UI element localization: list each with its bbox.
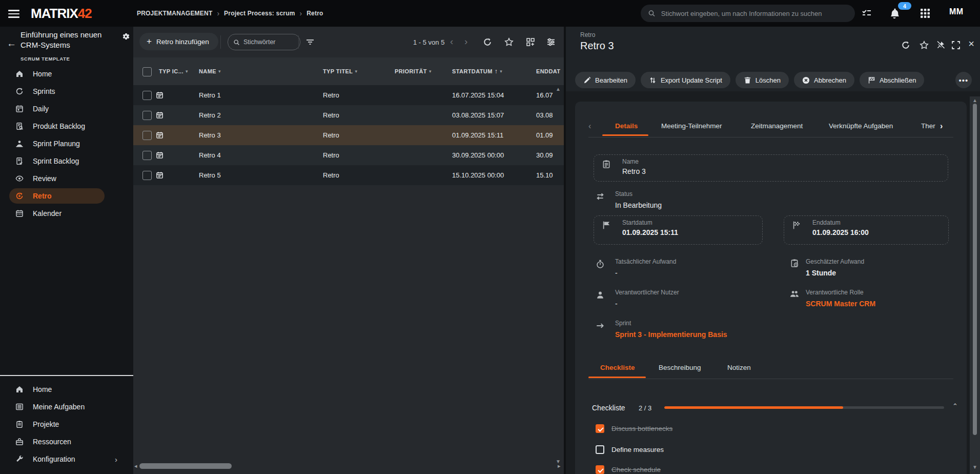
abbrechen-button[interactable]: Abbrechen <box>794 72 854 88</box>
tab-verknuepfte-aufgaben[interactable]: Verknüpfte Aufgaben <box>829 122 893 130</box>
breadcrumb-retro[interactable]: Retro <box>307 10 323 17</box>
refresh-icon[interactable] <box>483 37 492 47</box>
sidebar-item-sprints[interactable]: Sprints <box>0 83 133 100</box>
checkbox-unchecked[interactable] <box>596 445 604 454</box>
column-header-typ-titel[interactable]: TYP TITEL▾ <box>323 57 357 85</box>
sidebar-item-produkt-backlog[interactable]: Produkt Backlog <box>0 117 133 135</box>
sidebar-item-kalender[interactable]: Kalender <box>0 205 133 222</box>
sidebar-item-review[interactable]: Review <box>0 170 133 187</box>
unpin-icon[interactable] <box>936 41 945 50</box>
column-header-name[interactable]: NAME▾ <box>199 57 221 85</box>
column-header-enddatum[interactable]: ENDDAT <box>536 57 560 85</box>
sidebar-item-sprint-planung[interactable]: Sprint Planung <box>0 135 133 152</box>
close-icon[interactable]: × <box>967 39 976 48</box>
more-actions-button[interactable]: ••• <box>955 72 972 88</box>
tab-meeting-teilnehmer[interactable]: Meeting-Teilnehmer <box>661 122 722 130</box>
add-retro-button[interactable]: + Retro hinzufügen <box>139 33 218 50</box>
chevron-right-icon[interactable]: › <box>115 455 117 464</box>
cell-enddatum: 01.09 <box>536 125 553 145</box>
loeschen-button[interactable]: Löschen <box>736 72 789 88</box>
filter-icon[interactable] <box>305 37 315 47</box>
breadcrumb-project-process[interactable]: Project Process: scrum <box>224 10 295 17</box>
horizontal-scrollbar-thumb[interactable] <box>139 463 232 469</box>
notifications-bell-icon[interactable] <box>888 7 901 19</box>
scroll-up-icon[interactable]: ▲ <box>556 86 561 92</box>
trash-icon <box>744 76 751 84</box>
scroll-left-icon[interactable]: ◂ <box>134 463 137 469</box>
verantwortliche-rolle-link[interactable]: SCRUM Master CRM <box>806 300 875 308</box>
checklist-item[interactable]: Check schedule <box>596 465 661 474</box>
tasks-icon[interactable] <box>861 7 873 19</box>
checklist-item[interactable]: Define measures <box>596 445 664 454</box>
refresh-icon[interactable] <box>901 41 910 50</box>
scroll-down-icon[interactable]: ▼ <box>972 464 977 470</box>
subtab-beschreibung[interactable]: Beschreibung <box>659 364 701 371</box>
breadcrumb-projektmanagement[interactable]: PROJEKTMANAGEMENT <box>137 10 212 17</box>
gear-icon[interactable] <box>122 32 130 41</box>
table-row-retro-2[interactable]: Retro 2 Retro 03.08.2025 15:07 03.08 <box>133 105 564 125</box>
abschliessen-button[interactable]: Abschließen <box>860 72 925 88</box>
table-row-retro-3-selected[interactable]: Retro 3 Retro 01.09.2025 15:11 01.09 <box>133 125 564 145</box>
sidebar-item-konfiguration[interactable]: Konfiguration › <box>0 450 133 468</box>
select-all-checkbox[interactable] <box>142 67 152 76</box>
sidebar-item-projekte[interactable]: Projekte <box>0 416 133 433</box>
row-checkbox[interactable] <box>142 91 152 100</box>
favorite-star-icon[interactable] <box>504 37 514 47</box>
checkbox-checked[interactable] <box>596 424 604 433</box>
column-header-startdatum[interactable]: STARTDATUM↑▾ <box>452 57 502 85</box>
row-checkbox[interactable] <box>142 111 152 120</box>
keyword-filter-input[interactable]: Stichwörter <box>228 34 300 50</box>
checklist-item[interactable]: Discuss bottlenecks <box>596 424 672 433</box>
sidebar-item-meine-aufgaben[interactable]: Meine Aufgaben <box>0 398 133 416</box>
top-bar: MATRIX42 PROJEKTMANAGEMENT › Project Pro… <box>0 0 980 27</box>
vertical-scrollbar-thumb[interactable] <box>973 104 977 435</box>
matrix42-logo[interactable]: MATRIX42 <box>31 6 92 22</box>
view-settings-icon[interactable] <box>546 37 556 47</box>
field-name[interactable] <box>594 154 948 182</box>
bearbeiten-button[interactable]: Bearbeiten <box>575 72 636 88</box>
subtab-notizen[interactable]: Notizen <box>727 364 751 371</box>
scroll-right-icon[interactable]: ▸ <box>558 463 561 469</box>
back-arrow-icon[interactable]: ← <box>7 38 16 49</box>
column-header-prioritaet[interactable]: PRIORITÄT▾ <box>395 57 432 85</box>
sidebar-item-daily[interactable]: Daily <box>0 100 133 117</box>
collapse-chevron-up-icon[interactable]: ⌃ <box>952 402 958 410</box>
sidebar-item-home[interactable]: Home <box>0 65 133 83</box>
table-row-retro-1[interactable]: Retro 1 Retro 16.07.2025 15:04 16.07 <box>133 85 564 105</box>
favorite-star-icon[interactable] <box>920 41 929 50</box>
cell-typ-titel: Retro <box>323 145 339 165</box>
column-header-typ-icon[interactable]: TYP IC...▾ <box>159 57 188 85</box>
clipboard-text-icon <box>602 160 611 169</box>
tabs-scroll-right-icon[interactable]: › <box>940 122 943 131</box>
row-checkbox[interactable] <box>142 171 152 180</box>
global-search[interactable] <box>641 5 855 22</box>
tab-details[interactable]: Details <box>615 122 638 130</box>
sprint-link[interactable]: Sprint 3 - Implementierung Basis <box>615 330 727 339</box>
scroll-up-icon[interactable]: ▲ <box>972 97 977 103</box>
sidebar-item-sprint-backlog[interactable]: Sprint Backlog <box>0 152 133 170</box>
sidebar-item-retro[interactable]: Retro <box>0 187 133 205</box>
table-row-retro-4[interactable]: Retro 4 Retro 30.09.2025 00:00 30.09 <box>133 145 564 165</box>
hamburger-menu-icon[interactable] <box>8 8 19 19</box>
field-startdatum[interactable] <box>594 215 763 245</box>
planning-person-icon <box>15 140 24 148</box>
checkbox-checked[interactable] <box>596 465 604 474</box>
sidebar-item-home-global[interactable]: Home <box>0 381 133 398</box>
export-update-script-button[interactable]: Export Update Script <box>641 72 730 88</box>
table-row-retro-5[interactable]: Retro 5 Retro 15.10.2025 00:00 15.10 <box>133 165 564 185</box>
user-avatar[interactable]: MM <box>949 7 964 16</box>
tabs-scroll-left-icon[interactable]: ‹ <box>588 122 591 131</box>
apps-grid-icon[interactable] <box>919 7 931 19</box>
page-next-icon[interactable]: › <box>464 36 467 47</box>
sidebar-item-ressourcen[interactable]: Ressourcen <box>0 433 133 450</box>
page-previous-icon[interactable]: ‹ <box>450 36 453 47</box>
subtab-checkliste[interactable]: Checkliste <box>600 364 635 371</box>
row-checkbox[interactable] <box>142 151 152 160</box>
card-view-icon[interactable] <box>526 37 535 47</box>
stopwatch-icon <box>596 260 605 269</box>
tab-themen[interactable]: Ther <box>921 122 935 130</box>
row-checkbox[interactable] <box>142 131 152 140</box>
tab-zeitmanagement[interactable]: Zeitmanagement <box>751 122 803 130</box>
expand-icon[interactable] <box>951 41 961 50</box>
global-search-input[interactable] <box>660 9 848 18</box>
